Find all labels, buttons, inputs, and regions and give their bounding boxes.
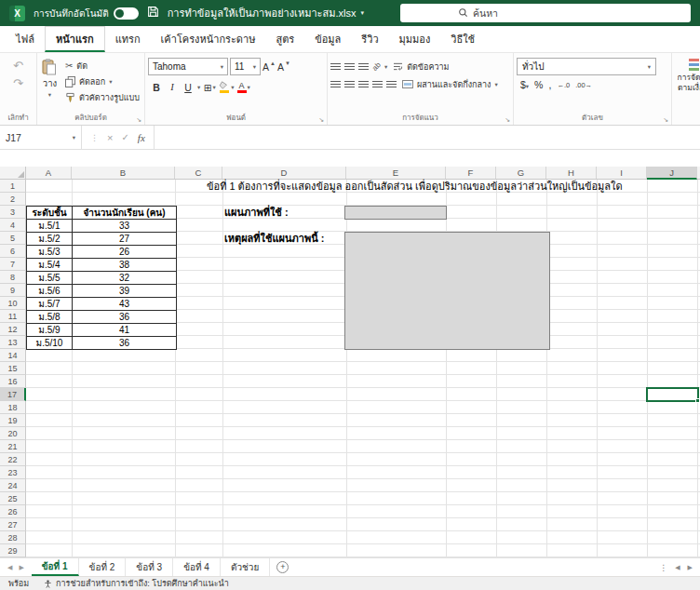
table-cell[interactable]: ม.5/3 — [27, 246, 73, 259]
accessibility-status[interactable]: การช่วยสำหรับการเข้าถึง: โปรดศึกษาคำแนะน… — [44, 577, 229, 590]
table-cell[interactable]: ม.5/9 — [27, 324, 73, 337]
row-header-9[interactable]: 9 — [0, 284, 26, 297]
table-cell[interactable]: 27 — [73, 233, 177, 246]
ribbon-tab[interactable]: เค้าโครงหน้ากระดาษ — [151, 26, 266, 52]
undo-button[interactable]: ↶ — [13, 60, 23, 72]
question-text[interactable]: ข้อที่ 1 ต้องการที่จะแสดงข้อมูล ออกเป็นส… — [207, 180, 623, 193]
column-header-E[interactable]: E — [346, 167, 446, 179]
table-cell[interactable]: ม.5/10 — [27, 337, 73, 350]
font-size-dropdown[interactable]: 11 ▾ — [230, 58, 261, 75]
ribbon-tab[interactable]: สูตร — [265, 26, 304, 52]
row-header-8[interactable]: 8 — [0, 271, 26, 284]
row-header-11[interactable]: 11 — [0, 310, 26, 323]
search-box[interactable] — [400, 4, 691, 22]
sheet-tab[interactable]: ข้อที่ 1 — [32, 558, 79, 576]
add-sheet-button[interactable]: + — [270, 558, 295, 576]
ribbon-tab[interactable]: ไฟล์ — [6, 26, 45, 52]
name-box[interactable]: J17 ▾ — [0, 126, 82, 149]
font-color-button[interactable]: A ▾ — [237, 79, 250, 95]
ribbon-tab[interactable]: วิธีใช้ — [440, 26, 485, 52]
wrap-text-button[interactable]: ตัดข้อความ — [391, 59, 451, 74]
column-header-A[interactable]: A — [26, 167, 72, 179]
number-dialog-launcher[interactable]: ↘ — [663, 116, 668, 123]
cells-area[interactable]: ข้อที่ 1 ต้องการที่จะแสดงข้อมูล ออกเป็นส… — [26, 180, 700, 557]
student-table[interactable]: ระดับชั้นจำนวนนักเรียน (คน)ม.5/133ม.5/22… — [26, 206, 177, 350]
table-cell[interactable]: 38 — [73, 259, 177, 272]
underline-button[interactable]: U — [182, 79, 195, 95]
column-header-H[interactable]: H — [546, 167, 597, 179]
save-icon[interactable] — [147, 5, 159, 21]
table-cell[interactable]: ม.5/4 — [27, 259, 73, 272]
row-header-5[interactable]: 5 — [0, 232, 26, 245]
align-bottom-icon[interactable] — [358, 63, 369, 71]
row-header-14[interactable]: 14 — [0, 349, 26, 362]
paste-button[interactable]: วาง ▾ — [40, 58, 60, 105]
row-header-24[interactable]: 24 — [0, 479, 26, 492]
table-cell[interactable]: 41 — [73, 324, 177, 337]
align-left-icon[interactable] — [330, 81, 341, 88]
row-header-4[interactable]: 4 — [0, 219, 26, 232]
align-center-icon[interactable] — [344, 81, 355, 88]
table-cell[interactable]: 26 — [73, 246, 177, 259]
sheet-nav-left-icon[interactable]: ◀ — [7, 564, 12, 571]
row-header-2[interactable]: 2 — [0, 193, 26, 206]
comma-format-button[interactable]: , — [548, 79, 551, 90]
ribbon-tab[interactable]: มุมมอง — [389, 26, 441, 52]
table-cell[interactable]: ม.5/2 — [27, 233, 73, 246]
table-cell[interactable]: 36 — [73, 311, 177, 324]
search-input[interactable] — [400, 4, 691, 22]
align-top-icon[interactable] — [330, 63, 341, 71]
cancel-icon[interactable]: × — [107, 132, 113, 143]
percent-format-button[interactable]: % — [534, 79, 543, 90]
row-header-18[interactable]: 18 — [0, 401, 26, 414]
row-header-12[interactable]: 12 — [0, 323, 26, 336]
bold-button[interactable]: B — [150, 79, 163, 95]
table-cell[interactable]: 39 — [73, 285, 177, 298]
sheet-tab[interactable]: ข้อที่ 2 — [79, 558, 127, 576]
row-header-29[interactable]: 29 — [0, 544, 26, 557]
table-cell[interactable]: 33 — [73, 220, 177, 233]
sheet-nav-right-icon[interactable]: ▶ — [19, 564, 23, 571]
conditional-formatting-button[interactable]: การจัดรูป ตามเงื่อน — [672, 53, 700, 125]
alignment-dialog-launcher[interactable]: ↘ — [505, 116, 510, 123]
formula-input[interactable] — [155, 126, 700, 149]
redo-button[interactable]: ↷ — [13, 77, 23, 89]
number-format-dropdown[interactable]: ทั่วไป ▾ — [517, 58, 656, 75]
ribbon-tab[interactable]: รีวิว — [351, 26, 388, 52]
document-title[interactable]: การทำข้อมูลให้เป็นภาพอย่างเหมาะสม.xlsx ▾ — [168, 5, 364, 21]
align-middle-icon[interactable] — [344, 63, 355, 71]
reason-label[interactable]: เหตุผลที่ใช้แผนภาพนี้ : — [224, 232, 324, 245]
cut-button[interactable]: ✂ ตัด — [63, 58, 141, 74]
sheet-tab[interactable]: ข้อที่ 4 — [173, 558, 221, 576]
table-cell[interactable]: ม.5/8 — [27, 311, 73, 324]
table-cell[interactable]: 43 — [73, 298, 177, 311]
reason-answer-box[interactable] — [344, 232, 550, 350]
sheet-tab[interactable]: ข้อที่ 3 — [126, 558, 173, 576]
decrease-indent-icon[interactable] — [372, 81, 383, 88]
decrease-font-size-button[interactable]: A▼ — [277, 59, 290, 74]
row-header-26[interactable]: 26 — [0, 505, 26, 518]
table-header-cell[interactable]: จำนวนนักเรียน (คน) — [73, 207, 177, 220]
align-right-icon[interactable] — [358, 81, 369, 88]
borders-button[interactable]: ⊞▾ — [203, 79, 216, 95]
ribbon-tab[interactable]: แทรก — [105, 26, 151, 52]
ribbon-tab[interactable]: ข้อมูล — [304, 26, 351, 52]
merge-center-button[interactable]: ผสานและจัดกึ่งกลาง ▾ — [400, 76, 500, 92]
italic-button[interactable]: I — [166, 79, 179, 95]
enter-icon[interactable]: ✓ — [121, 132, 128, 142]
row-header-21[interactable]: 21 — [0, 440, 26, 453]
row-header-23[interactable]: 23 — [0, 466, 26, 479]
row-header-16[interactable]: 16 — [0, 375, 26, 388]
table-cell[interactable]: ม.5/5 — [27, 272, 73, 285]
chart-label[interactable]: แผนภาพที่ใช้ : — [224, 206, 289, 219]
table-cell[interactable]: 32 — [73, 272, 177, 285]
row-header-28[interactable]: 28 — [0, 531, 26, 544]
scroll-left-icon[interactable]: ◀ — [675, 564, 680, 571]
row-header-27[interactable]: 27 — [0, 518, 26, 531]
selected-cell[interactable] — [646, 387, 699, 402]
format-painter-button[interactable]: ตัวคัดวางรูปแบบ — [63, 89, 141, 105]
currency-format-button[interactable]: $▾ — [520, 79, 529, 90]
font-name-dropdown[interactable]: Tahoma ▾ — [148, 58, 228, 75]
scroll-right-icon[interactable]: ▶ — [688, 564, 693, 571]
row-header-1[interactable]: 1 — [0, 180, 26, 193]
